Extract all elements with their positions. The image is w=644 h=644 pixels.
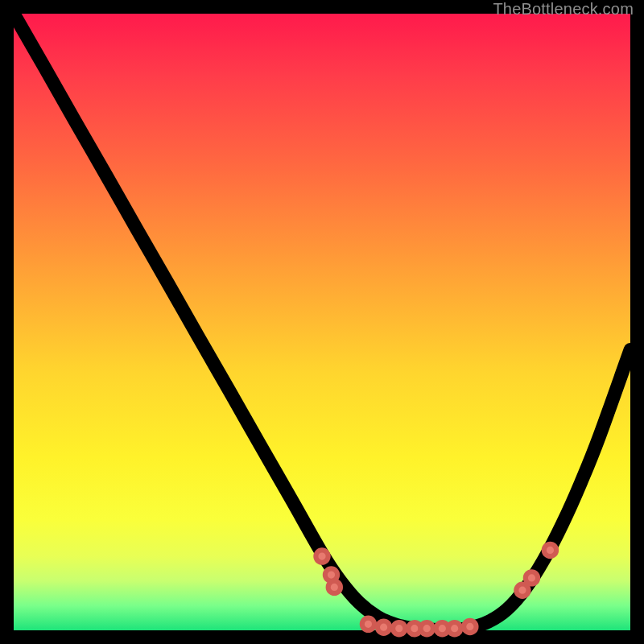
chart-frame: TheBottleneck.com xyxy=(14,14,630,630)
data-dot xyxy=(516,584,528,597)
data-dot xyxy=(544,544,556,556)
bottleneck-plot xyxy=(14,14,630,630)
data-dot xyxy=(526,572,538,584)
data-dot xyxy=(393,622,405,634)
data-dot xyxy=(378,621,390,634)
data-dot xyxy=(464,621,476,633)
watermark-text: TheBottleneck.com xyxy=(493,0,634,19)
data-dot xyxy=(448,622,460,634)
data-dot xyxy=(328,581,341,593)
data-dot xyxy=(362,618,374,630)
data-dot xyxy=(316,550,328,562)
data-dot xyxy=(421,622,433,634)
bottleneck-curve xyxy=(14,14,630,630)
